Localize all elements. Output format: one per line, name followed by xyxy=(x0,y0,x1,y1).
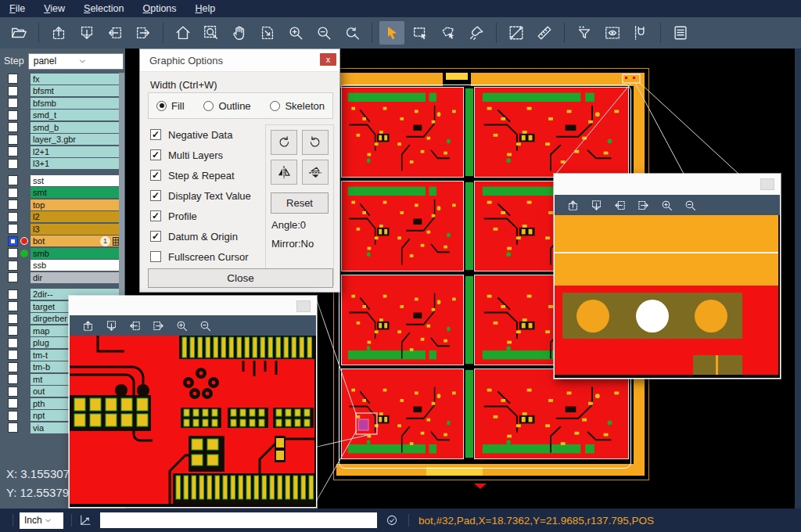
layer-visibility-checkbox[interactable] xyxy=(8,110,18,120)
layer-smt[interactable]: smt xyxy=(31,187,124,198)
flip-v-button[interactable] xyxy=(302,160,329,185)
close-icon[interactable]: x xyxy=(320,53,336,66)
layer-fx[interactable]: fx xyxy=(31,74,124,84)
rotate-cw-button[interactable] xyxy=(271,130,297,155)
checkbox-display-text-value[interactable]: ✓Display Text Value xyxy=(150,185,251,206)
zoomwin-tool-pan-right[interactable] xyxy=(634,196,652,214)
layer-visibility-checkbox[interactable] xyxy=(8,325,18,336)
rotate-ccw-button[interactable] xyxy=(302,130,329,155)
layer-bot[interactable]: bot1 xyxy=(31,235,124,246)
zoom-window-2-titlebar[interactable] xyxy=(555,174,780,195)
layer-visibility-checkbox[interactable] xyxy=(8,289,18,300)
tool-pan-left[interactable] xyxy=(102,21,128,45)
tool-open-folder[interactable] xyxy=(6,21,31,45)
checkbox-negative-data[interactable]: ✓Negative Data xyxy=(150,124,251,145)
close-button[interactable]: Close xyxy=(148,268,333,288)
menu-item-selection[interactable]: Selection xyxy=(74,3,133,14)
layer-visibility-checkbox[interactable] xyxy=(8,86,18,96)
window-minimize-button[interactable] xyxy=(296,300,311,312)
zoomwin-tool-pan-left[interactable] xyxy=(125,317,144,334)
layer-l3+1[interactable]: l3+1 xyxy=(31,158,124,169)
tool-filter[interactable] xyxy=(572,21,597,45)
layer-l3[interactable]: l3 xyxy=(31,224,124,235)
layer-top[interactable]: top xyxy=(31,200,124,210)
tool-ruler[interactable] xyxy=(532,21,557,45)
layer-visibility-checkbox[interactable] xyxy=(8,301,18,311)
layer-bfsmb[interactable]: bfsmb xyxy=(31,98,124,109)
layer-smd_b[interactable]: smd_b xyxy=(31,122,124,133)
layer-l2+1[interactable]: l2+1 xyxy=(31,146,124,157)
tool-select-cursor[interactable] xyxy=(379,21,404,45)
checkbox-profile[interactable]: ✓Profile xyxy=(150,206,251,226)
menu-item-view[interactable]: View xyxy=(34,3,74,14)
zoomwin-tool-pan-down[interactable] xyxy=(587,196,605,214)
checkbox-fullscreen-cursor[interactable]: Fullscreen Cursor xyxy=(150,246,251,267)
layer-layer_3.gbr[interactable]: layer_3.gbr xyxy=(31,134,124,145)
layer-l2[interactable]: l2 xyxy=(31,211,124,222)
checkbox-step-repeat[interactable]: ✓Step & Repeat xyxy=(150,165,251,185)
radio-outline[interactable]: Outline xyxy=(203,100,250,112)
layer-visibility-checkbox[interactable] xyxy=(8,314,18,324)
layer-smd_t[interactable]: smd_t xyxy=(31,110,124,120)
unit-select[interactable]: Inch xyxy=(20,512,63,529)
layer-visibility-checkbox[interactable] xyxy=(8,122,18,132)
layer-visibility-checkbox[interactable] xyxy=(8,236,18,246)
layer-visibility-checkbox[interactable] xyxy=(8,159,18,169)
tool-zoom-area[interactable] xyxy=(255,21,280,45)
menu-item-options[interactable]: Options xyxy=(133,3,185,14)
checkbox-multi-layers[interactable]: ✓Multi Layers xyxy=(150,145,251,165)
menu-item-help[interactable]: Help xyxy=(186,3,225,14)
layer-visibility-checkbox[interactable] xyxy=(8,398,18,408)
layer-visibility-checkbox[interactable] xyxy=(8,146,18,156)
zoomwin-tool-pan-up[interactable] xyxy=(78,317,97,334)
zoomwin-tool-pan-right[interactable] xyxy=(149,317,167,334)
zoom-window-1-view[interactable] xyxy=(70,336,316,507)
tool-zoom-in[interactable] xyxy=(283,21,308,45)
layer-visibility-checkbox[interactable] xyxy=(8,175,18,185)
layer-visibility-checkbox[interactable] xyxy=(8,272,18,282)
step-select[interactable]: panel xyxy=(28,53,124,70)
tool-home[interactable] xyxy=(171,21,196,45)
tool-snap[interactable] xyxy=(628,21,653,45)
menu-item-file[interactable]: File xyxy=(0,3,34,14)
layer-visibility-checkbox[interactable] xyxy=(8,338,18,348)
layer-visibility-checkbox[interactable] xyxy=(8,212,18,222)
layer-visibility-checkbox[interactable] xyxy=(8,374,18,384)
tool-view-options[interactable] xyxy=(600,21,625,45)
layer-visibility-checkbox[interactable] xyxy=(8,224,18,234)
zoomwin-tool-zoom-in[interactable] xyxy=(657,196,676,214)
tool-pan-up[interactable] xyxy=(46,21,71,45)
radio-fill[interactable]: Fill xyxy=(156,100,185,112)
layer-visibility-checkbox[interactable] xyxy=(8,411,18,421)
tool-zoom-out[interactable] xyxy=(311,21,336,45)
zoom-window-2-view[interactable] xyxy=(555,215,780,378)
layer-ssb[interactable]: ssb xyxy=(31,260,124,271)
zoomwin-tool-zoom-out[interactable] xyxy=(681,196,699,214)
layer-visibility-checkbox[interactable] xyxy=(8,386,18,397)
tool-hand-pan[interactable] xyxy=(227,21,252,45)
layer-visibility-checkbox[interactable] xyxy=(8,200,18,210)
reset-button[interactable]: Reset xyxy=(271,192,329,214)
flip-h-button[interactable] xyxy=(271,160,297,185)
tool-zoom-window[interactable] xyxy=(199,21,224,45)
tool-zoom-previous[interactable] xyxy=(339,21,365,45)
zoomwin-tool-pan-down[interactable] xyxy=(102,317,120,334)
command-input[interactable] xyxy=(100,512,377,528)
layer-smb[interactable]: smb xyxy=(31,248,124,259)
layer-visibility-checkbox[interactable] xyxy=(8,248,18,258)
layer-visibility-checkbox[interactable] xyxy=(8,74,18,84)
layer-dir[interactable]: dir xyxy=(31,272,124,283)
tool-measure-line[interactable] xyxy=(504,21,529,45)
tool-pan-down[interactable] xyxy=(74,21,99,45)
layer-visibility-checkbox[interactable] xyxy=(8,422,18,433)
zoomwin-tool-zoom-out[interactable] xyxy=(196,317,214,334)
layer-visibility-checkbox[interactable] xyxy=(8,362,18,372)
zoomwin-tool-pan-left[interactable] xyxy=(610,196,629,214)
layer-sst[interactable]: sst xyxy=(31,175,124,186)
zoomwin-tool-zoom-in[interactable] xyxy=(172,317,191,334)
tool-layers-panel[interactable] xyxy=(668,21,693,45)
radio-skeleton[interactable]: Skeleton xyxy=(270,100,325,112)
corner-angle-icon[interactable] xyxy=(78,513,92,527)
layer-bfsmt[interactable]: bfsmt xyxy=(31,85,124,96)
checkbox-datum-origin[interactable]: ✓Datum & Origin xyxy=(150,226,251,246)
